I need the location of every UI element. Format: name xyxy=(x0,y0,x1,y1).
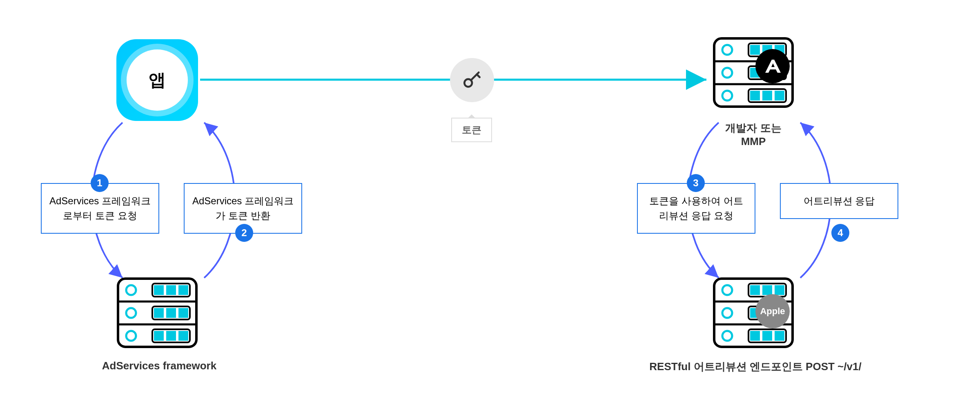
app-icon: 앱 xyxy=(116,39,198,121)
step-3-badge: 3 xyxy=(687,174,705,192)
svg-rect-46 xyxy=(750,285,760,295)
svg-rect-16 xyxy=(154,331,164,341)
step-1-badge: 1 xyxy=(91,174,109,192)
svg-rect-36 xyxy=(775,91,784,101)
token-label: 토큰 xyxy=(451,118,492,142)
svg-rect-34 xyxy=(750,91,760,101)
svg-rect-12 xyxy=(178,285,188,295)
svg-rect-10 xyxy=(154,285,164,295)
step-2-badge: 2 xyxy=(235,224,253,242)
svg-rect-35 xyxy=(762,91,772,101)
developer-mmp-label: 개발자 또는 MMP xyxy=(713,121,794,148)
svg-rect-18 xyxy=(178,331,188,341)
key-icon xyxy=(450,58,494,102)
svg-rect-13 xyxy=(154,308,164,318)
apple-logo-badge: Apple xyxy=(755,294,790,328)
svg-rect-17 xyxy=(166,331,176,341)
svg-rect-48 xyxy=(775,285,784,295)
svg-rect-52 xyxy=(750,331,760,341)
svg-rect-47 xyxy=(762,285,772,295)
svg-rect-14 xyxy=(166,308,176,318)
svg-rect-11 xyxy=(166,285,176,295)
attribution-flow-diagram: 앱 토큰 xyxy=(0,0,980,420)
svg-rect-53 xyxy=(762,331,772,341)
server-adservices-icon xyxy=(116,277,198,349)
svg-rect-54 xyxy=(775,331,784,341)
adservices-framework-label: AdServices framework xyxy=(90,360,229,372)
svg-line-3 xyxy=(477,74,480,77)
app-label: 앱 xyxy=(127,49,188,111)
adjust-logo-badge xyxy=(755,49,790,83)
svg-rect-28 xyxy=(750,45,760,55)
step-4-box: 어트리뷰션 응답 xyxy=(780,183,898,219)
svg-rect-15 xyxy=(178,308,188,318)
restful-endpoint-label: RESTful 어트리뷰션 엔드포인트 POST ~/v1/ xyxy=(645,360,866,374)
step-4-badge: 4 xyxy=(831,224,849,242)
